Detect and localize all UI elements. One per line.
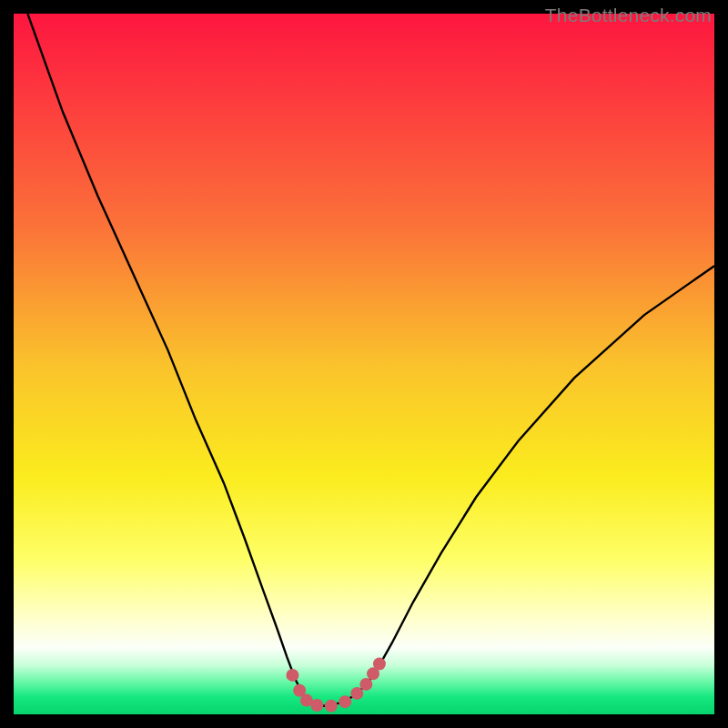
basin-marker xyxy=(286,669,298,682)
basin-marker xyxy=(339,695,351,708)
bottleneck-chart xyxy=(14,14,714,714)
basin-marker xyxy=(373,658,386,671)
basin-marker xyxy=(359,678,372,691)
watermark-text: TheBottleneck.com xyxy=(545,5,712,26)
basin-marker xyxy=(325,700,338,713)
basin-marker xyxy=(310,699,323,712)
chart-stage: TheBottleneck.com xyxy=(0,0,728,728)
gradient-panel xyxy=(14,14,714,714)
basin-marker xyxy=(350,687,363,700)
